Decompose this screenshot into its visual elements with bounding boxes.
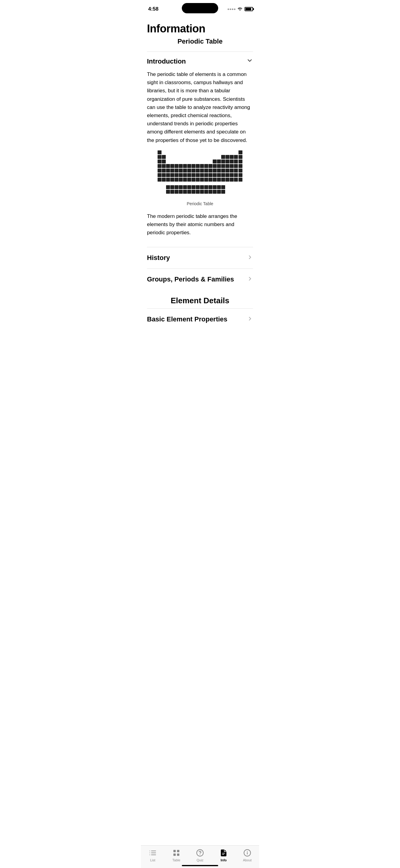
history-section[interactable]: History	[147, 247, 253, 269]
svg-rect-13	[221, 159, 225, 163]
svg-rect-55	[230, 168, 234, 173]
svg-rect-100	[175, 185, 178, 189]
svg-rect-73	[221, 173, 225, 177]
svg-rect-74	[225, 173, 229, 177]
svg-rect-35	[230, 164, 234, 168]
signal-icon	[228, 8, 235, 10]
svg-rect-124	[217, 190, 221, 194]
svg-rect-4	[221, 155, 225, 159]
svg-rect-17	[238, 159, 242, 163]
status-bar: 4:58	[141, 0, 259, 17]
svg-rect-99	[170, 185, 174, 189]
svg-rect-39	[162, 168, 166, 173]
svg-rect-117	[187, 190, 191, 194]
battery-icon	[245, 7, 253, 11]
svg-rect-24	[183, 164, 187, 168]
page-title: Information	[147, 22, 253, 35]
intro-paragraph-2: The modern periodic table arranges the e…	[147, 212, 253, 237]
svg-rect-15	[230, 159, 234, 163]
svg-rect-93	[221, 178, 225, 182]
svg-rect-89	[204, 178, 208, 182]
svg-rect-71	[213, 173, 217, 177]
svg-rect-22	[175, 164, 178, 168]
svg-rect-53	[221, 168, 225, 173]
svg-rect-0	[158, 150, 162, 154]
svg-rect-11	[213, 159, 217, 163]
svg-rect-107	[204, 185, 208, 189]
svg-rect-41	[170, 168, 174, 173]
svg-rect-7	[234, 155, 238, 159]
svg-rect-112	[166, 190, 170, 194]
groups-label: Groups, Periods & Families	[147, 275, 234, 283]
svg-rect-40	[166, 168, 170, 173]
svg-rect-102	[183, 185, 187, 189]
svg-rect-25	[187, 164, 191, 168]
periodic-table-svg	[158, 150, 242, 199]
svg-rect-68	[200, 173, 204, 177]
svg-rect-27	[196, 164, 200, 168]
svg-rect-97	[238, 178, 242, 182]
svg-rect-69	[204, 173, 208, 177]
svg-rect-51	[213, 168, 217, 173]
svg-rect-6	[230, 155, 234, 159]
svg-rect-36	[234, 164, 238, 168]
svg-rect-5	[225, 155, 229, 159]
svg-rect-75	[230, 173, 234, 177]
status-time: 4:58	[148, 6, 159, 12]
svg-rect-47	[196, 168, 200, 173]
svg-rect-66	[192, 173, 196, 177]
svg-rect-57	[238, 168, 242, 173]
svg-rect-16	[234, 159, 238, 163]
svg-rect-31	[213, 164, 217, 168]
svg-rect-64	[183, 173, 187, 177]
wifi-icon	[237, 7, 243, 12]
svg-rect-30	[208, 164, 212, 168]
svg-rect-50	[208, 168, 212, 173]
svg-rect-81	[170, 178, 174, 182]
svg-rect-85	[187, 178, 191, 182]
svg-rect-80	[166, 178, 170, 182]
svg-rect-38	[158, 168, 162, 173]
svg-rect-105	[196, 185, 200, 189]
svg-rect-113	[170, 190, 174, 194]
svg-rect-121	[204, 190, 208, 194]
svg-rect-54	[225, 168, 229, 173]
svg-rect-114	[175, 190, 178, 194]
basic-properties-section[interactable]: Basic Element Properties	[147, 308, 253, 330]
svg-rect-46	[192, 168, 196, 173]
svg-rect-12	[217, 159, 221, 163]
svg-rect-9	[158, 159, 162, 163]
svg-rect-88	[200, 178, 204, 182]
svg-rect-8	[238, 155, 242, 159]
svg-rect-34	[225, 164, 229, 168]
svg-rect-70	[208, 173, 212, 177]
introduction-body: The periodic table of elements is a comm…	[147, 70, 253, 237]
svg-rect-103	[187, 185, 191, 189]
svg-rect-32	[217, 164, 221, 168]
svg-rect-14	[225, 159, 229, 163]
svg-rect-77	[238, 173, 242, 177]
svg-rect-92	[217, 178, 221, 182]
svg-rect-18	[158, 164, 162, 168]
svg-rect-48	[200, 168, 204, 173]
svg-rect-29	[204, 164, 208, 168]
intro-paragraph-1: The periodic table of elements is a comm…	[147, 70, 253, 144]
introduction-header[interactable]: Introduction	[147, 57, 253, 65]
svg-rect-49	[204, 168, 208, 173]
svg-rect-106	[200, 185, 204, 189]
svg-rect-96	[234, 178, 238, 182]
svg-rect-79	[162, 178, 166, 182]
svg-rect-111	[221, 185, 225, 189]
periodic-table-caption: Periodic Table	[187, 201, 213, 206]
svg-rect-76	[234, 173, 238, 177]
groups-section[interactable]: Groups, Periods & Families	[147, 269, 253, 290]
svg-rect-83	[179, 178, 183, 182]
introduction-accordion: Introduction The periodic table of eleme…	[147, 52, 253, 247]
svg-rect-94	[225, 178, 229, 182]
svg-rect-42	[175, 168, 178, 173]
svg-rect-37	[238, 164, 242, 168]
chevron-down-icon	[246, 57, 253, 65]
svg-rect-56	[234, 168, 238, 173]
svg-rect-104	[192, 185, 196, 189]
svg-rect-116	[183, 190, 187, 194]
